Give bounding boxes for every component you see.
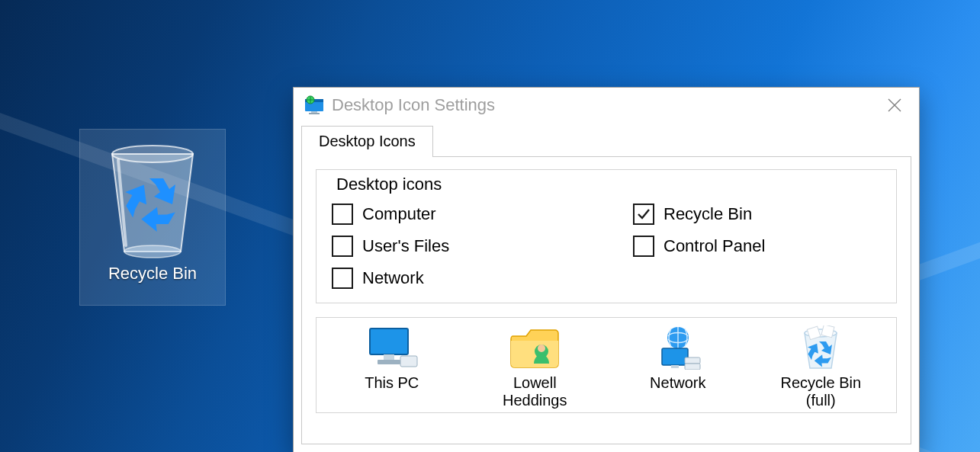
- group-label: Desktop icons: [332, 175, 446, 194]
- desktop: Recycle Bin Desktop Icon Settings: [0, 0, 980, 452]
- preview-this-pc[interactable]: This PC: [342, 325, 442, 392]
- checkbox-box: [332, 204, 353, 225]
- checkbox-box: [332, 268, 353, 289]
- svg-point-13: [538, 345, 545, 352]
- svg-point-0: [112, 146, 193, 162]
- svg-point-1: [124, 245, 181, 258]
- preview-recycle-bin-full[interactable]: Recycle Bin (full): [772, 325, 871, 409]
- tab-desktop-icons[interactable]: Desktop Icons: [301, 126, 433, 157]
- settings-app-icon: [304, 95, 324, 115]
- preview-label: Lowell Heddings: [486, 374, 585, 409]
- dialog-title: Desktop Icon Settings: [332, 88, 495, 123]
- checkbox-users-files[interactable]: User's Files: [332, 236, 580, 257]
- checkbox-network[interactable]: Network: [332, 268, 580, 289]
- svg-rect-9: [384, 354, 394, 361]
- group-icon-preview: This PC Lowell Heddings: [316, 317, 897, 413]
- close-icon: [887, 98, 902, 113]
- checkbox-box: [633, 204, 654, 225]
- preview-user-folder[interactable]: Lowell Heddings: [486, 325, 585, 409]
- svg-rect-15: [662, 348, 688, 365]
- svg-rect-7: [370, 329, 408, 354]
- recycle-bin-full-icon: [794, 325, 847, 370]
- desktop-icon-recycle-bin[interactable]: Recycle Bin: [80, 130, 225, 305]
- computer-icon: [365, 325, 419, 370]
- recycle-bin-icon: [95, 137, 210, 259]
- svg-rect-5: [309, 113, 320, 114]
- checkbox-control-panel[interactable]: Control Panel: [633, 236, 881, 257]
- checkbox-label: Network: [362, 268, 424, 288]
- checkbox-label: Computer: [362, 204, 436, 224]
- close-button[interactable]: [873, 88, 916, 123]
- checkbox-computer[interactable]: Computer: [332, 204, 580, 225]
- checkbox-label: Recycle Bin: [664, 204, 752, 224]
- svg-rect-11: [400, 356, 417, 367]
- preview-network[interactable]: Network: [628, 325, 728, 392]
- checkbox-box: [332, 236, 353, 257]
- checkbox-box: [633, 236, 654, 257]
- user-folder-icon: [508, 325, 561, 370]
- checkbox-recycle-bin[interactable]: Recycle Bin: [633, 204, 881, 225]
- network-icon: [651, 325, 705, 370]
- preview-label: Network: [628, 374, 728, 392]
- svg-rect-10: [378, 360, 400, 364]
- tab-panel: Desktop icons Computer: [301, 156, 911, 444]
- svg-rect-18: [685, 364, 700, 370]
- checkbox-label: Control Panel: [664, 236, 765, 256]
- svg-rect-17: [685, 357, 700, 364]
- checkbox-label: User's Files: [362, 236, 449, 256]
- preview-label: This PC: [342, 374, 442, 392]
- preview-label: Recycle Bin (full): [772, 374, 871, 409]
- titlebar[interactable]: Desktop Icon Settings: [294, 88, 919, 123]
- desktop-icon-label: Recycle Bin: [80, 264, 225, 284]
- group-desktop-icons: Desktop icons Computer: [316, 169, 897, 303]
- desktop-icon-settings-dialog: Desktop Icon Settings Desktop Icons Desk…: [293, 87, 920, 452]
- svg-rect-16: [671, 365, 679, 368]
- svg-rect-21: [821, 325, 834, 338]
